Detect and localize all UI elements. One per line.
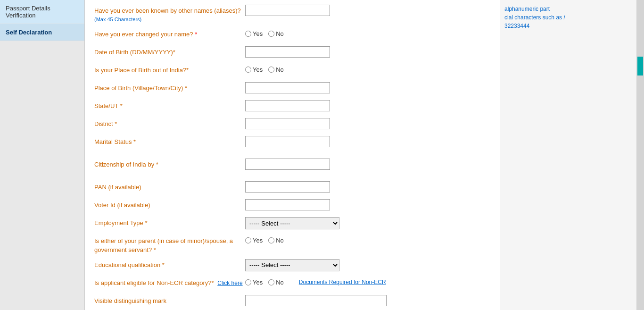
changed-name-control: Yes No (245, 28, 434, 37)
non-ecr-control: Yes No Documents Required for Non-ECR (245, 277, 434, 286)
govt-servant-row: Is either of your parent (in case of min… (94, 235, 490, 254)
citizenship-control (245, 159, 434, 170)
birth-out-india-radio-group: Yes No (245, 64, 434, 73)
pan-input[interactable] (245, 181, 330, 193)
pan-control (245, 181, 434, 193)
district-row: District * (94, 118, 490, 131)
employment-type-label: Employment Type * (94, 217, 245, 227)
education-control: ----- Select ----- (245, 259, 434, 271)
aliases-label: Have you ever been known by other names … (94, 5, 245, 24)
district-label: District * (94, 118, 245, 128)
district-input[interactable] (245, 118, 330, 129)
distinguishing-mark-row: Visible distinguishing mark (94, 295, 490, 308)
non-ecr-no-radio[interactable] (268, 279, 274, 285)
state-row: State/UT * (94, 100, 490, 113)
education-row: Educational qualification * ----- Select… (94, 259, 490, 272)
voter-id-input[interactable] (245, 199, 330, 210)
govt-servant-radio-group: Yes No (245, 235, 434, 244)
changed-name-no-label[interactable]: No (268, 30, 284, 37)
place-of-birth-row: Place of Birth (Village/Town/City) * (94, 82, 490, 95)
form-section: Have you ever been known by other names … (94, 5, 490, 310)
govt-servant-yes-radio[interactable] (245, 237, 251, 243)
birth-out-india-control: Yes No (245, 64, 434, 73)
employment-type-select[interactable]: ----- Select ----- (245, 217, 339, 229)
place-of-birth-control (245, 82, 434, 93)
birth-out-no-radio[interactable] (268, 67, 274, 73)
citizenship-input[interactable] (245, 159, 330, 170)
distinguishing-mark-control (245, 295, 434, 306)
employment-type-control: ----- Select ----- (245, 217, 434, 229)
birth-out-india-row: Is your Place of Birth out of India?* Ye… (94, 64, 490, 77)
dob-control (245, 46, 434, 58)
aliases-control (245, 5, 434, 16)
dob-row: Date of Birth (DD/MM/YYYY)* (94, 46, 490, 59)
birth-out-no-label[interactable]: No (268, 66, 284, 73)
main-content: Have you ever been known by other names … (85, 0, 500, 310)
state-label: State/UT * (94, 100, 245, 110)
changed-name-yes-label[interactable]: Yes (245, 30, 263, 37)
sidebar-item-passport-details[interactable]: Passport Details Verification (0, 0, 84, 24)
changed-name-no-radio[interactable] (268, 31, 274, 37)
distinguishing-mark-input[interactable] (245, 295, 387, 306)
aliases-hint: (Max 45 Characters) (94, 17, 141, 22)
marital-status-label: Marital Status * (94, 136, 245, 146)
govt-servant-no-label[interactable]: No (268, 237, 284, 244)
birth-out-yes-label[interactable]: Yes (245, 66, 263, 73)
non-ecr-radio-group: Yes No Documents Required for Non-ECR (245, 277, 434, 286)
pan-row: PAN (if available) (94, 181, 490, 194)
state-control (245, 100, 434, 111)
scrollbar-thumb[interactable] (637, 57, 643, 75)
district-control (245, 118, 434, 129)
voter-id-row: Voter Id (if available) (94, 199, 490, 212)
govt-servant-no-radio[interactable] (268, 237, 274, 243)
aliases-row: Have you ever been known by other names … (94, 5, 490, 24)
sidebar-item-self-declaration[interactable]: Self Declaration (0, 24, 84, 41)
state-input[interactable] (245, 100, 330, 111)
changed-name-yes-radio[interactable] (245, 31, 251, 37)
scrollbar[interactable] (636, 0, 644, 310)
birth-out-yes-radio[interactable] (245, 67, 251, 73)
govt-servant-yes-label[interactable]: Yes (245, 237, 263, 244)
dob-input[interactable] (245, 46, 330, 58)
pan-label: PAN (if available) (94, 181, 245, 192)
changed-name-radio-group: Yes No (245, 28, 434, 37)
dob-label: Date of Birth (DD/MM/YYYY)* (94, 46, 245, 57)
education-label: Educational qualification * (94, 259, 245, 269)
marital-status-control (245, 136, 434, 147)
employment-type-row: Employment Type * ----- Select ----- (94, 217, 490, 230)
govt-servant-label: Is either of your parent (in case of min… (94, 235, 245, 254)
non-ecr-documents-link[interactable]: Documents Required for Non-ECR (299, 279, 386, 285)
marital-status-input[interactable] (245, 136, 330, 147)
right-panel: alphanumeric part cial characters such a… (500, 0, 636, 310)
citizenship-label: Citizenship of India by * (94, 159, 245, 169)
govt-servant-control: Yes No (245, 235, 434, 244)
education-select[interactable]: ----- Select ----- (245, 259, 339, 271)
voter-id-control (245, 199, 434, 210)
distinguishing-mark-label: Visible distinguishing mark (94, 295, 245, 305)
non-ecr-yes-label[interactable]: Yes (245, 279, 263, 286)
voter-id-label: Voter Id (if available) (94, 199, 245, 209)
non-ecr-click-here-link[interactable]: Click here (217, 280, 242, 286)
place-of-birth-input[interactable] (245, 82, 330, 93)
non-ecr-label: Is applicant eligible for Non-ECR catego… (94, 277, 245, 287)
marital-status-row: Marital Status * (94, 136, 490, 149)
changed-name-row: Have you ever changed your name? * Yes N… (94, 28, 490, 42)
hint-text: alphanumeric part cial characters such a… (504, 5, 632, 30)
non-ecr-yes-radio[interactable] (245, 279, 251, 285)
non-ecr-no-label[interactable]: No (268, 279, 284, 286)
birth-out-india-label: Is your Place of Birth out of India?* (94, 64, 245, 75)
sidebar: Passport Details Verification Self Decla… (0, 0, 85, 310)
non-ecr-row: Is applicant eligible for Non-ECR catego… (94, 277, 490, 290)
place-of-birth-label: Place of Birth (Village/Town/City) * (94, 82, 245, 92)
aliases-input[interactable] (245, 5, 330, 16)
citizenship-row: Citizenship of India by * (94, 159, 490, 172)
changed-name-label: Have you ever changed your name? * (94, 28, 245, 39)
